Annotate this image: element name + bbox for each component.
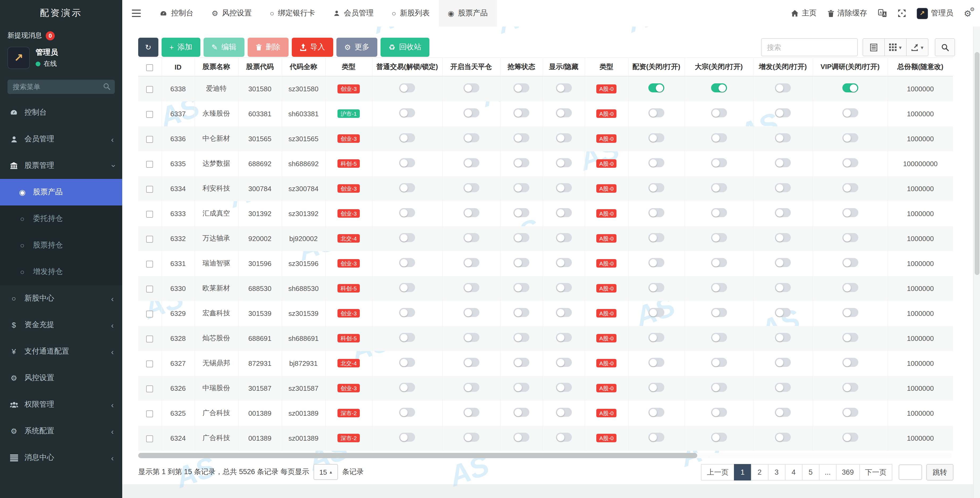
tab-members[interactable]: 会员管理 (324, 0, 383, 27)
toggle-visibility[interactable] (556, 208, 571, 217)
detail-view-button[interactable] (862, 38, 885, 56)
toggle-visibility[interactable] (556, 133, 571, 142)
toggle-peizi[interactable] (648, 183, 664, 192)
toggle-block-trade[interactable] (711, 208, 727, 217)
toggle-block-trade[interactable] (711, 183, 727, 192)
page-button[interactable]: 2 (751, 464, 768, 481)
toggle-normal-trade[interactable] (399, 84, 415, 93)
toggle-visibility[interactable] (556, 358, 571, 367)
toggle-same-day-close[interactable] (463, 158, 479, 167)
toggle-normal-trade[interactable] (399, 258, 415, 267)
toggle-peizi[interactable] (648, 283, 664, 292)
toggle-same-day-close[interactable] (463, 283, 479, 292)
toggle-visibility[interactable] (556, 433, 571, 442)
toggle-vip-research[interactable] (842, 258, 858, 267)
fullscreen-button[interactable] (897, 9, 906, 17)
toggle-issuance[interactable] (775, 333, 791, 342)
toggle-peizi[interactable] (648, 133, 664, 142)
toggle-visibility[interactable] (556, 84, 571, 93)
toggle-issuance[interactable] (775, 108, 791, 117)
row-checkbox[interactable] (146, 186, 153, 192)
toggle-rush-status[interactable] (513, 408, 529, 417)
admin-menu[interactable]: ↗ 管理员 (916, 8, 953, 19)
page-ellipsis[interactable]: ... (819, 464, 837, 481)
toggle-same-day-close[interactable] (463, 383, 479, 392)
page-size-select[interactable]: 15 ▴ (313, 464, 338, 480)
jump-button[interactable]: 跳转 (926, 464, 953, 481)
toggle-peizi[interactable] (648, 358, 664, 367)
toggle-issuance[interactable] (775, 233, 791, 242)
toggle-peizi[interactable] (648, 433, 664, 442)
columns-button[interactable]: ▾ (885, 38, 907, 56)
page-button[interactable]: 5 (802, 464, 819, 481)
sidebar-item-permissions[interactable]: 权限管理 ‹ (0, 391, 122, 418)
row-checkbox[interactable] (146, 86, 153, 93)
clear-cache-button[interactable]: 清除缓存 (827, 8, 867, 18)
menu-search-input[interactable] (8, 79, 115, 94)
row-checkbox[interactable] (146, 410, 153, 417)
sidebar-item-members[interactable]: 会员管理 ‹ (0, 126, 122, 152)
toggle-rush-status[interactable] (513, 208, 529, 217)
toggle-block-trade[interactable] (711, 433, 727, 442)
page-button[interactable]: 4 (785, 464, 802, 481)
toggle-issuance[interactable] (775, 308, 791, 317)
toggle-rush-status[interactable] (513, 283, 529, 292)
toggle-same-day-close[interactable] (463, 208, 479, 217)
sidebar-item-message-center[interactable]: 消息中心 ‹ (0, 444, 122, 471)
toggle-same-day-close[interactable] (463, 183, 479, 192)
toggle-vip-research[interactable] (842, 183, 858, 192)
sidebar-item-funds[interactable]: $ 资金充提 ‹ (0, 312, 122, 338)
row-checkbox[interactable] (146, 335, 153, 342)
toggle-block-trade[interactable] (711, 133, 727, 142)
toggle-block-trade[interactable] (711, 383, 727, 392)
toggle-rush-status[interactable] (513, 308, 529, 317)
toggle-rush-status[interactable] (513, 258, 529, 267)
row-checkbox[interactable] (146, 435, 153, 442)
toggle-same-day-close[interactable] (463, 333, 479, 342)
toggle-same-day-close[interactable] (463, 133, 479, 142)
vertical-scrollbar-thumb[interactable] (975, 52, 980, 275)
refresh-button[interactable]: ↻ (138, 38, 158, 57)
toggle-peizi[interactable] (648, 383, 664, 392)
toggle-normal-trade[interactable] (399, 433, 415, 442)
toggle-block-trade[interactable] (711, 108, 727, 117)
toggle-issuance[interactable] (775, 133, 791, 142)
toggle-visibility[interactable] (556, 308, 571, 317)
toggle-peizi[interactable] (648, 108, 664, 117)
toggle-rush-status[interactable] (513, 158, 529, 167)
toggle-block-trade[interactable] (711, 258, 727, 267)
table-search-input[interactable] (761, 38, 858, 56)
toggle-rush-status[interactable] (513, 433, 529, 442)
toggle-block-trade[interactable] (711, 408, 727, 417)
toggle-issuance[interactable] (775, 183, 791, 192)
toggle-issuance[interactable] (775, 383, 791, 392)
toggle-vip-research[interactable] (842, 308, 858, 317)
horizontal-scrollbar-thumb[interactable] (138, 453, 697, 458)
toggle-block-trade[interactable] (711, 333, 727, 342)
tab-bank-cards[interactable]: ○ 绑定银行卡 (261, 0, 324, 27)
toggle-peizi[interactable] (648, 158, 664, 167)
import-button[interactable]: 导入 (291, 38, 333, 57)
page-button[interactable]: 369 (836, 464, 860, 481)
toggle-peizi[interactable] (648, 258, 664, 267)
search-submit-button[interactable] (935, 38, 955, 56)
withdraw-message[interactable]: 新提现消息 0 (0, 27, 122, 43)
sidebar-item-ipo-center[interactable]: ○ 新股中心 ‹ (0, 285, 122, 312)
toggle-vip-research[interactable] (842, 84, 858, 93)
row-checkbox[interactable] (146, 235, 153, 243)
row-checkbox[interactable] (146, 160, 153, 168)
sidebar-item-stock-products[interactable]: ◉ 股票产品 (0, 179, 122, 205)
sidebar-item-stock-positions[interactable]: ○ 股票持仓 (0, 232, 122, 259)
toggle-vip-research[interactable] (842, 408, 858, 417)
toggle-same-day-close[interactable] (463, 108, 479, 117)
toggle-peizi[interactable] (648, 233, 664, 242)
tab-risk-settings[interactable]: ⚙ 风控设置 (202, 0, 261, 27)
page-button[interactable]: 上一页 (701, 464, 734, 481)
sidebar-item-system-config[interactable]: ⚙ 系统配置 ‹ (0, 418, 122, 444)
toggle-visibility[interactable] (556, 383, 571, 392)
toggle-rush-status[interactable] (513, 108, 529, 117)
toggle-normal-trade[interactable] (399, 283, 415, 292)
toggle-visibility[interactable] (556, 158, 571, 167)
language-button[interactable]: A (878, 9, 887, 17)
toggle-issuance[interactable] (775, 258, 791, 267)
